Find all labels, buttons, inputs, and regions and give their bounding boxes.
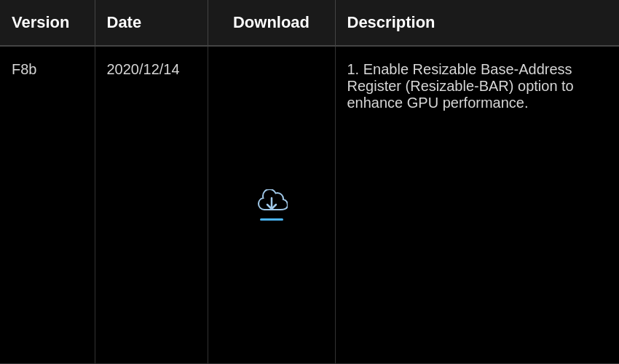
cell-version: F8b bbox=[0, 46, 95, 364]
download-button[interactable] bbox=[220, 189, 323, 221]
firmware-table-wrapper: Version Date Download Description F8b 20… bbox=[0, 0, 619, 364]
table-header-row: Version Date Download Description bbox=[0, 0, 619, 46]
cell-date: 2020/12/14 bbox=[95, 46, 208, 364]
firmware-table: Version Date Download Description F8b 20… bbox=[0, 0, 619, 364]
header-version: Version bbox=[0, 0, 95, 46]
cloud-download-icon bbox=[256, 189, 288, 215]
table-row: F8b 2020/12/14 bbox=[0, 46, 619, 364]
cell-description: 1. Enable Resizable Base-Address Registe… bbox=[335, 46, 619, 364]
download-underline bbox=[260, 218, 283, 221]
cell-download[interactable] bbox=[208, 46, 335, 364]
header-download: Download bbox=[208, 0, 335, 46]
header-description: Description bbox=[335, 0, 619, 46]
header-date: Date bbox=[95, 0, 208, 46]
